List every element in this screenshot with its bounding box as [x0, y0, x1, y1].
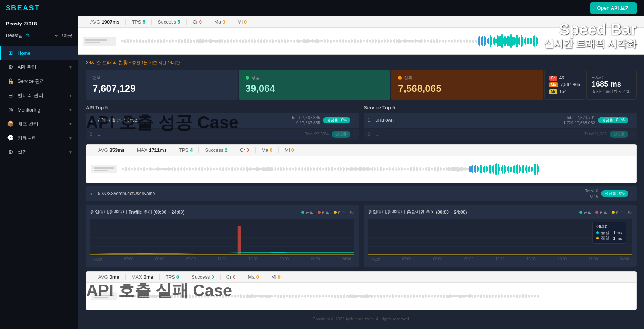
tooltip-yesterday-label: 전일 [601, 235, 609, 241]
sb-bot-left [91, 292, 117, 300]
chevron-down-icon-settings: ▼ [69, 150, 72, 154]
service-top5: Service Top 5 1 unknown Total :7,579,791… [364, 105, 637, 141]
row5-btn[interactable]: 성공률 : 0% [601, 190, 628, 197]
sidebar-item-deploy[interactable]: 📦 배포 관리 ▼ [0, 117, 78, 131]
chevron-right-icon: › [353, 118, 355, 123]
cr-badge-row: Cr 46 [549, 75, 580, 81]
service-top5-row2-btn[interactable]: 성공률 [610, 131, 628, 138]
speed-bar-title: Speed Bar [544, 22, 637, 37]
sb-mi-stat: Mi 0 [231, 19, 253, 25]
badge-card: Cr 46 Ma 7,567,865 Mi 154 [544, 70, 585, 100]
speed-bar-middle-header: AVG 853ms MAX 1711ms TPS 4 Success [86, 145, 636, 156]
cr-badge: Cr [549, 76, 557, 81]
speed-bar-strips-middle [122, 161, 632, 178]
api-top5-row2-btn[interactable]: 성공률 [332, 131, 350, 138]
traffic-chart-title: 전일대비/전주대비 Traffic 추이 (00:00 ~ 24:00) [90, 209, 184, 216]
community-icon: 💬 [7, 135, 14, 141]
refresh-icon-resp[interactable]: ↻ [628, 210, 632, 216]
sb-avg-stat: AVG 1907ms [84, 19, 126, 25]
service-top5-row1-btn[interactable]: 성공률 : 0.1% [598, 117, 628, 123]
dashboard-body: 24시간 트래픽 현황 * 종전 1분 기준 지난 24시간 전체 7,607,… [78, 55, 644, 329]
global-topbar: 3BEAST Open API 보기 [0, 0, 644, 16]
refresh-icon[interactable]: ↻ [350, 210, 354, 216]
speed-bar-bottom-header: AVG 0ms MAX 0ms TPS 0 Success [86, 272, 636, 283]
total-card: 전체 7,607,129 [86, 70, 238, 100]
sb-left-text [83, 37, 116, 46]
sidebar-item-vendor-manage[interactable]: ⊟ 벤더리 관리 ▼ [0, 88, 78, 103]
tooltip-yellow-dot [596, 237, 599, 239]
failure-dot [398, 76, 402, 80]
api-top5-title: API Top 5 [86, 105, 359, 110]
response-legend: 금일 전일 전주 [579, 210, 624, 215]
logout-button[interactable]: 로그아웃 [54, 32, 72, 39]
api-top5-row1-btn[interactable]: 성공률 : 0% [323, 117, 350, 123]
response-chart-body: 06:32 금일 1 ms 전일 1 ms [368, 219, 632, 256]
sidebar-item-api-manage[interactable]: ⚙ API 관리 ▼ [0, 60, 78, 74]
sb-bot-mi: Mi 0 [265, 274, 287, 280]
traffic-chart-svg [90, 219, 354, 256]
sidebar-item-settings[interactable]: ⚙ 설정 ▼ [0, 145, 78, 159]
legend-yesterday-resp: 전일 [595, 210, 608, 215]
mi-badge: Mi [549, 89, 557, 94]
tops-section: API 호출 성공 Case API Top 5 1 API 호출 성공 Cas… [86, 105, 637, 141]
charts-section: 전일대비/전주대비 Traffic 추이 (00:00 ~ 24:00) 금일 … [86, 205, 637, 267]
sb-ma-stat: Ma 0 [208, 19, 231, 25]
tooltip-row-today: 금일 1 ms [596, 230, 622, 235]
legend-lastweek-resp: 전주 [612, 210, 624, 215]
tooltip-today-value: 1 ms [613, 231, 622, 235]
speed-bar-title-block: Speed Bar 실시간 트래픽 시각화 [544, 22, 637, 50]
tooltip-today-label: 금일 [601, 230, 609, 235]
sb-mid-ma: Ma 0 [256, 147, 279, 153]
speed-bar-subtitle: 실시간 트래픽 시각화 [544, 37, 637, 50]
success-label: 성공 [246, 75, 384, 81]
tooltip-teal-dot [596, 231, 599, 234]
sb-mid-cr: Cr 0 [234, 147, 256, 153]
avg-inset-subtitle: 실시간 트래픽 시각화 [592, 88, 631, 94]
mi-badge-row: Mi 154 [549, 89, 580, 94]
sb-success-stat: Success 5 [152, 19, 187, 25]
speed-bar-middle-section: AVG 853ms MAX 1711ms TPS 4 Success [86, 144, 637, 183]
sidebar-user-row: Beast님 ✎ 로그아웃 [0, 28, 78, 43]
chevron-right-icon-row5: › [631, 191, 633, 196]
traffic-x-axis: 시:0003:0006:0009:0012:0015:0018:0021:002… [90, 256, 354, 262]
chevron-right-icon-s1: › [631, 118, 633, 123]
logo: 3BEAST [6, 4, 40, 12]
vendor-icon: ⊟ [7, 92, 14, 99]
sb-tps-stat: TPS 5 [126, 19, 152, 25]
service-icon: 🔒 [7, 78, 14, 85]
chevron-down-icon-monitoring: ▼ [69, 108, 72, 112]
sidebar-item-home[interactable]: ⊞ Home [0, 46, 78, 60]
sb-bot-ma: Ma 0 [242, 274, 265, 280]
sidebar-item-vendor-label: 벤더리 관리 [18, 92, 65, 99]
speed-bar-top-section: AVG 1907ms TPS 5 Success 5 Cr 0 [78, 16, 644, 55]
sidebar-item-service-manage[interactable]: 🔒 Service 관리 [0, 74, 78, 88]
legend-today-resp: 금일 [579, 210, 592, 215]
sb-mid-mi: Mi 0 [279, 147, 300, 153]
sb-mid-success: Success 2 [199, 147, 234, 153]
api-manage-icon: ⚙ [7, 64, 14, 70]
sb-bot-success: Success 0 [185, 274, 220, 280]
speed-bar-strips-bottom [122, 288, 632, 305]
total-label: 전체 [93, 75, 231, 81]
sb-mid-max: MAX 1711ms [131, 147, 173, 153]
sidebar-item-monitoring[interactable]: ◎ Monitoring ▼ [0, 103, 78, 117]
sidebar-item-community[interactable]: 💬 커뮤니티 ▼ [0, 131, 78, 145]
copyright: Copyright © 2022 Agile core team. All ri… [86, 313, 637, 325]
open-api-button[interactable]: Open API 보기 [590, 2, 637, 14]
sidebar-username: Beast님 ✎ [6, 32, 30, 39]
sb-bot-cr: Cr 0 [221, 274, 242, 280]
failure-card: 실패 7,568,065 [391, 70, 543, 100]
traffic-chart-body [90, 219, 354, 256]
avg-inset-value: 1685 ms [592, 80, 631, 88]
traffic-chart-controls: 금일 전일 전주 ↻ [301, 210, 354, 216]
sb-bot-tps: TPS 0 [160, 274, 186, 280]
chevron-down-icon-deploy: ▼ [69, 122, 72, 126]
sidebar-item-service-label: Service 관리 [18, 78, 72, 85]
tooltip-row-yesterday: 전일 1 ms [596, 235, 622, 241]
sb-bot-max: MAX 0ms [126, 274, 160, 280]
avg-speed-inset: ≒ AVG 1685 ms 실시간 트래픽 시각화 [586, 70, 637, 100]
edit-icon[interactable]: ✎ [26, 32, 30, 38]
api-row-5: 5 5 KOSSyetem.getUserName Total :6 0 / 6… [86, 186, 637, 201]
home-icon: ⊞ [7, 50, 14, 56]
sidebar-item-api-label: API 관리 [18, 64, 65, 70]
